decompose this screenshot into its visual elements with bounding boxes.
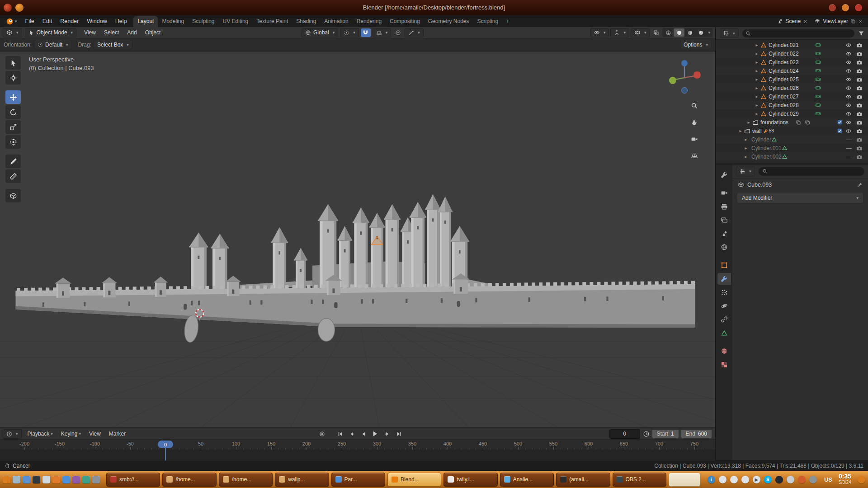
add-modifier-button[interactable]: Add Modifier▾ — [737, 192, 863, 203]
menu-edit[interactable]: Edit — [38, 15, 57, 27]
workspace-tab-compositing[interactable]: Compositing — [386, 16, 424, 27]
minimize-button[interactable] — [828, 4, 836, 12]
expand-icon[interactable]: ▸ — [754, 60, 760, 65]
outliner-row[interactable]: ▸Cylinder.023 — [716, 58, 868, 66]
outliner-row[interactable]: ▸foundations — [716, 118, 868, 127]
mode-dropdown[interactable]: Object Mode▾ — [25, 28, 77, 38]
frame-ruler[interactable]: -200-150-100-500501001502002503003504004… — [0, 440, 715, 450]
viewport-menu-view[interactable]: View — [80, 27, 100, 38]
geometry-nodes-icon[interactable] — [815, 76, 821, 82]
launcher-media-player-icon[interactable] — [72, 476, 80, 483]
properties-tab-output[interactable] — [717, 201, 731, 212]
pivot-point-dropdown[interactable]: ▾ — [340, 28, 359, 38]
tray-notifications-icon[interactable]: i — [708, 476, 715, 483]
disable-in-renders-icon[interactable] — [856, 68, 863, 74]
gizmo-y-axis[interactable] — [669, 77, 676, 84]
properties-editor-type-button[interactable]: ▾ — [736, 167, 755, 176]
show-gizmo-dropdown[interactable]: ▾ — [610, 28, 629, 38]
holdout-icon[interactable] — [805, 120, 810, 125]
outliner-search-input[interactable] — [742, 29, 854, 38]
taskbar-window-2[interactable]: /home... — [162, 473, 216, 487]
show-desktop-corner-icon[interactable] — [858, 476, 865, 483]
hidden-dash[interactable]: — — [846, 145, 852, 151]
tool-annotate[interactable] — [5, 155, 21, 168]
start-frame-field[interactable]: Start1 — [652, 430, 679, 438]
workspace-tab-shading[interactable]: Shading — [292, 16, 320, 27]
taskbar-window-4[interactable]: wallp... — [275, 473, 329, 487]
close-button[interactable] — [854, 4, 863, 12]
outliner-row[interactable]: ▸Cylinder.028 — [716, 101, 868, 109]
tray-skype-icon[interactable]: S — [764, 476, 772, 483]
add-workspace-button[interactable]: + — [502, 16, 513, 27]
taskbar-window-7[interactable]: twily.i... — [443, 473, 497, 487]
remove-view-layer-icon[interactable] — [858, 19, 863, 24]
tool-scale[interactable] — [5, 120, 21, 134]
disable-in-renders-icon[interactable] — [856, 59, 863, 66]
exclude-checkbox[interactable] — [837, 128, 843, 134]
taskbar-window-9[interactable]: (amali... — [556, 473, 610, 487]
hide-in-viewport-icon[interactable] — [845, 51, 852, 57]
hidden-dash[interactable]: — — [846, 154, 852, 160]
pin-icon[interactable] — [857, 182, 863, 188]
properties-tab-view-layer[interactable] — [717, 214, 731, 226]
hide-in-viewport-icon[interactable] — [845, 94, 852, 100]
expand-icon[interactable]: ▸ — [738, 128, 743, 133]
timeline-menu-keying[interactable]: Keying▾ — [57, 428, 85, 439]
taskbar-window-5[interactable]: Par... — [331, 473, 385, 487]
timeline-menu-playback[interactable]: Playback▾ — [24, 428, 57, 439]
instance-icon[interactable] — [796, 120, 801, 125]
copy-view-layer-icon[interactable] — [850, 19, 856, 24]
hide-in-viewport-icon[interactable] — [845, 68, 852, 74]
disable-in-renders-icon[interactable] — [856, 85, 863, 91]
outliner-row[interactable]: ▸Cylinder.002— — [716, 152, 868, 161]
tray-network-icon[interactable] — [719, 476, 726, 483]
expand-icon[interactable]: ▸ — [754, 68, 760, 73]
hide-in-viewport-icon[interactable] — [845, 119, 852, 126]
drag-dropdown[interactable]: Select Box▾ — [94, 40, 132, 49]
navigation-gizmo[interactable] — [665, 58, 703, 96]
outliner-item-name[interactable]: Cylinder.029 — [769, 111, 799, 117]
play-reverse-button[interactable] — [358, 429, 369, 438]
properties-tab-physics[interactable] — [717, 300, 731, 312]
gizmo-z-axis[interactable] — [681, 60, 688, 66]
tool-move[interactable] — [5, 90, 21, 104]
workspace-tab-modeling[interactable]: Modeling — [158, 16, 188, 27]
expand-icon[interactable]: ▸ — [754, 42, 760, 47]
disable-in-renders-icon[interactable] — [856, 136, 863, 143]
outliner-item-name[interactable]: Cylinder — [751, 136, 771, 143]
hide-in-viewport-icon[interactable] — [845, 85, 852, 91]
workspace-tab-scripting[interactable]: Scripting — [473, 16, 502, 27]
outliner-row[interactable]: ▸wall58 — [716, 127, 868, 135]
tray-media-play-icon[interactable]: ▶ — [753, 476, 760, 483]
workspace-tab-rendering[interactable]: Rendering — [353, 16, 386, 27]
launcher-show-desktop-icon[interactable] — [13, 476, 20, 483]
viewport-menu-select[interactable]: Select — [100, 27, 123, 38]
geometry-nodes-icon[interactable] — [815, 94, 821, 99]
blender-logo-icon[interactable]: ▾ — [2, 15, 21, 27]
outliner-item-name[interactable]: foundations — [760, 119, 788, 126]
proportional-falloff-dropdown[interactable]: ▾ — [405, 28, 424, 38]
options-dropdown[interactable]: Options▾ — [680, 40, 712, 49]
expand-icon[interactable]: ▸ — [754, 94, 760, 99]
hide-in-viewport-icon[interactable] — [845, 76, 852, 83]
outliner-item-name[interactable]: Cylinder.028 — [769, 102, 799, 108]
disable-in-renders-icon[interactable] — [856, 94, 863, 100]
expand-icon[interactable]: ▸ — [743, 154, 749, 159]
jump-to-end-button[interactable] — [393, 429, 404, 438]
outliner-item-name[interactable]: Cylinder.025 — [769, 76, 799, 83]
timeline-menu-marker[interactable]: Marker — [105, 428, 130, 439]
hide-in-viewport-icon[interactable] — [845, 42, 852, 48]
disable-in-renders-icon[interactable] — [856, 51, 863, 57]
tool-cursor[interactable] — [5, 71, 21, 84]
menu-help[interactable]: Help — [111, 15, 131, 27]
outliner-row[interactable]: ▸Cylinder— — [716, 135, 868, 144]
tray-bluetooth-icon[interactable] — [741, 476, 749, 483]
geometry-nodes-icon[interactable] — [815, 59, 821, 65]
outliner-row[interactable]: ▸Cylinder.027 — [716, 92, 868, 101]
launcher-terminal-icon[interactable] — [33, 476, 40, 483]
timeline-editor-type-button[interactable]: ▾ — [3, 429, 22, 439]
exclude-checkbox[interactable] — [837, 119, 843, 125]
previous-keyframe-button[interactable] — [346, 429, 357, 438]
outliner-row[interactable]: ▸Cylinder.022 — [716, 49, 868, 58]
timeline-menu-view[interactable]: View — [85, 428, 105, 439]
